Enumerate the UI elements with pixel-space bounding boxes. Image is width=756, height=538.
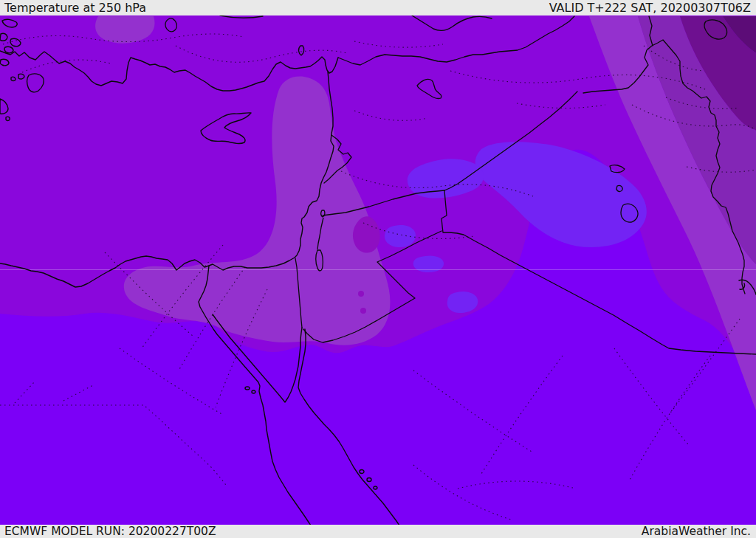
footer-bar: ECMWF MODEL RUN: 20200227T00Z ArabiaWeat… <box>0 525 756 538</box>
valid-time-label: VALID T+222 SAT, 20200307T06Z <box>549 0 751 15</box>
fill-warm-dot-2 <box>360 308 366 314</box>
fill-warm-dot-1 <box>358 291 364 297</box>
header-bar: Temperature at 250 hPa VALID T+222 SAT, … <box>0 0 756 15</box>
credit-label: ArabiaWeather Inc. <box>642 525 751 538</box>
temperature-map-svg <box>0 15 756 525</box>
map-title: Temperature at 250 hPa <box>4 0 146 15</box>
model-run-label: ECMWF MODEL RUN: 20200227T00Z <box>4 525 216 538</box>
weather-map-screen: Temperature at 250 hPa VALID T+222 SAT, … <box>0 0 756 538</box>
weather-map <box>0 15 756 525</box>
fill-cold-patch-small-1 <box>385 225 416 247</box>
